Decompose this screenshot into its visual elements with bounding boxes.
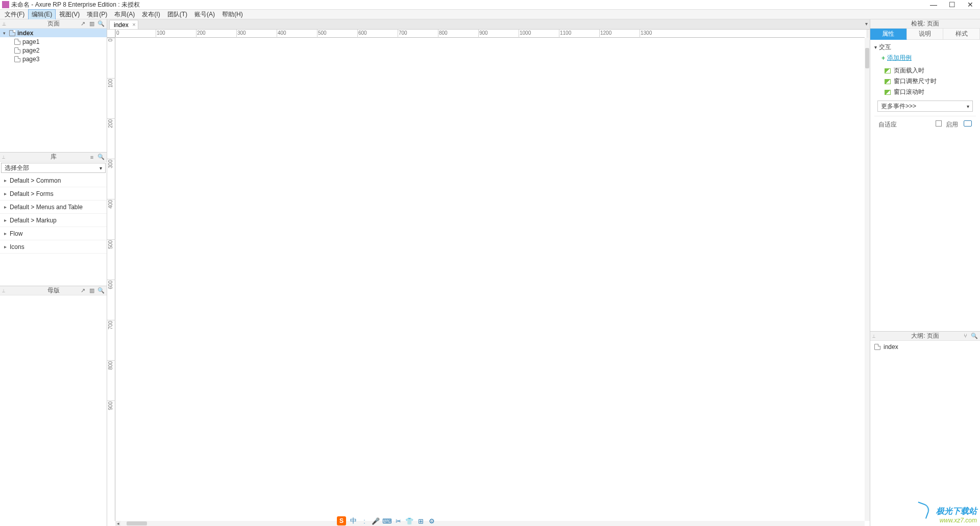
add-master-icon[interactable]: ↗ xyxy=(79,287,86,294)
page-tree-item[interactable]: page3 xyxy=(0,55,107,63)
horizontal-scrollbar[interactable]: ◂ xyxy=(115,521,865,526)
add-folder-icon[interactable]: ▥ xyxy=(88,287,95,294)
scrollbar-thumb[interactable] xyxy=(127,521,147,525)
menu-item[interactable]: 视图(V) xyxy=(56,9,83,20)
panel-pin-icon[interactable]: ⟂ xyxy=(2,288,8,293)
library-category[interactable]: ▸Icons xyxy=(0,240,107,254)
add-page-icon[interactable]: ↗ xyxy=(79,20,86,28)
ruler-label: 0 xyxy=(116,30,119,36)
outline-item-label: index xyxy=(884,343,898,350)
ime-badge[interactable]: S xyxy=(337,516,346,525)
close-button[interactable]: ✕ xyxy=(967,1,974,9)
page-tree-root[interactable]: ▾ index xyxy=(0,29,107,37)
menu-item[interactable]: 编辑(E) xyxy=(28,9,56,20)
library-category[interactable]: ▸Flow xyxy=(0,227,107,240)
enable-label: 启用 xyxy=(946,121,958,128)
ime-skin-icon[interactable]: 👕 xyxy=(405,517,413,525)
ruler-label: 700 xyxy=(399,30,407,36)
library-category-label: Default > Common xyxy=(10,177,61,184)
tab-close-icon[interactable]: × xyxy=(132,21,135,28)
more-events-dropdown[interactable]: 更多事件>>> ▾ xyxy=(877,101,973,112)
menu-item[interactable]: 团队(T) xyxy=(164,9,191,20)
document-tab[interactable]: index × xyxy=(109,20,138,29)
event-row[interactable]: 窗口滚动时 xyxy=(874,87,976,97)
search-icon[interactable]: 🔍 xyxy=(971,332,978,339)
horizontal-ruler[interactable]: 0100200300400500600700800900100011001200… xyxy=(115,30,865,38)
maximize-button[interactable]: ☐ xyxy=(948,1,955,9)
library-category[interactable]: ▸Default > Menus and Table xyxy=(0,201,107,214)
canvas-area: index × ▾ 010020030040050060070080090010… xyxy=(107,19,870,526)
ime-tool-icon[interactable]: ⊞ xyxy=(416,517,425,525)
vertical-ruler[interactable]: 0100200300400500600700800900 xyxy=(107,38,115,521)
chevron-right-icon: ▸ xyxy=(4,217,7,223)
search-icon[interactable]: 🔍 xyxy=(97,287,105,294)
ruler-label: 1000 xyxy=(520,30,531,36)
search-icon[interactable]: 🔍 xyxy=(97,20,105,28)
inspector-tab[interactable]: 样式 xyxy=(943,29,980,40)
vertical-scrollbar[interactable] xyxy=(865,38,870,521)
adaptive-row: 自适应 启用 xyxy=(874,116,976,133)
add-case-link[interactable]: + 添加用例 xyxy=(881,54,976,62)
collapse-icon[interactable]: ▾ xyxy=(3,31,7,36)
event-row[interactable]: 窗口调整尺寸时 xyxy=(874,76,976,87)
inspector-tab[interactable]: 属性 xyxy=(870,29,907,40)
ime-toolbar: S 中 ׃ 🎤 ⌨ ✂ 👕 ⊞ ⚙ xyxy=(337,516,436,526)
masters-panel: ⟂ 母版 ↗ ▥ 🔍 xyxy=(0,286,107,526)
library-panel-header: ⟂ 库 ≡ 🔍 xyxy=(0,153,107,162)
ruler-label: 1100 xyxy=(560,30,571,36)
section-title-row[interactable]: ▾ 交互 xyxy=(874,43,976,52)
menu-item[interactable]: 账号(A) xyxy=(191,9,218,20)
ime-settings-icon[interactable]: ⚙ xyxy=(428,517,436,525)
page-tree-item[interactable]: page2 xyxy=(0,46,107,55)
ime-lang-icon[interactable]: 中 xyxy=(349,517,357,525)
panel-pin-icon[interactable]: ⟂ xyxy=(2,154,8,160)
outline-panel-title: 大纲: 页面 xyxy=(911,332,939,340)
pages-panel-header: ⟂ 页面 ↗ ▥ 🔍 xyxy=(0,19,107,29)
menu-item[interactable]: 文件(F) xyxy=(1,9,28,20)
ime-punct-icon[interactable]: ׃ xyxy=(360,517,369,525)
menu-item[interactable]: 发布(I) xyxy=(138,9,163,20)
inspector-tab[interactable]: 说明 xyxy=(907,29,944,40)
search-icon[interactable]: 🔍 xyxy=(97,154,105,161)
outline-item[interactable]: index xyxy=(874,343,976,352)
outline-body[interactable]: index xyxy=(870,341,980,527)
scrollbar-thumb[interactable] xyxy=(865,48,869,68)
menu-item[interactable]: 布局(A) xyxy=(111,9,138,20)
ime-mic-icon[interactable]: 🎤 xyxy=(372,517,380,525)
library-category[interactable]: ▸Default > Common xyxy=(0,174,107,187)
filter-icon[interactable]: ⑂ xyxy=(962,332,969,339)
event-row[interactable]: 页面载入时 xyxy=(874,65,976,76)
add-case-label: 添加用例 xyxy=(887,54,912,62)
adaptive-label: 自适应 xyxy=(878,120,897,129)
outline-panel: ⟂ 大纲: 页面 ⑂ 🔍 index xyxy=(870,331,980,527)
ime-cut-icon[interactable]: ✂ xyxy=(394,517,402,525)
chevron-right-icon: ▸ xyxy=(4,191,7,196)
ruler-label: 300 xyxy=(108,160,113,168)
minimize-button[interactable]: — xyxy=(930,1,937,9)
ruler-label: 400 xyxy=(108,200,113,209)
menu-item[interactable]: 帮助(H) xyxy=(218,9,247,20)
watermark: 极光下载站 www.xz7.com xyxy=(936,506,977,524)
library-menu-icon[interactable]: ≡ xyxy=(88,154,95,161)
panel-pin-icon[interactable]: ⟂ xyxy=(872,333,878,339)
chevron-right-icon: ▸ xyxy=(4,204,7,210)
page-tree-item[interactable]: page1 xyxy=(0,37,107,46)
ruler-label: 400 xyxy=(278,30,286,36)
design-canvas[interactable] xyxy=(115,38,865,521)
tab-label: index xyxy=(114,21,129,29)
tab-list-dropdown-icon[interactable]: ▾ xyxy=(865,21,868,27)
device-icon[interactable] xyxy=(964,120,972,127)
library-category[interactable]: ▸Default > Markup xyxy=(0,214,107,227)
ime-keyboard-icon[interactable]: ⌨ xyxy=(383,517,391,525)
pages-tree[interactable]: ▾ index page1page2page3 xyxy=(0,29,107,152)
add-folder-icon[interactable]: ▥ xyxy=(88,20,95,28)
ruler-label: 500 xyxy=(108,240,113,249)
page-label: page2 xyxy=(22,47,39,54)
library-selector[interactable]: 选择全部 ▾ xyxy=(1,163,106,173)
outline-panel-header: ⟂ 大纲: 页面 ⑂ 🔍 xyxy=(870,332,980,341)
menu-item[interactable]: 项目(P) xyxy=(83,9,111,20)
library-category[interactable]: ▸Default > Forms xyxy=(0,187,107,201)
panel-pin-icon[interactable]: ⟂ xyxy=(3,21,6,27)
enable-checkbox[interactable] xyxy=(936,120,942,127)
scroll-left-icon[interactable]: ◂ xyxy=(115,521,120,526)
